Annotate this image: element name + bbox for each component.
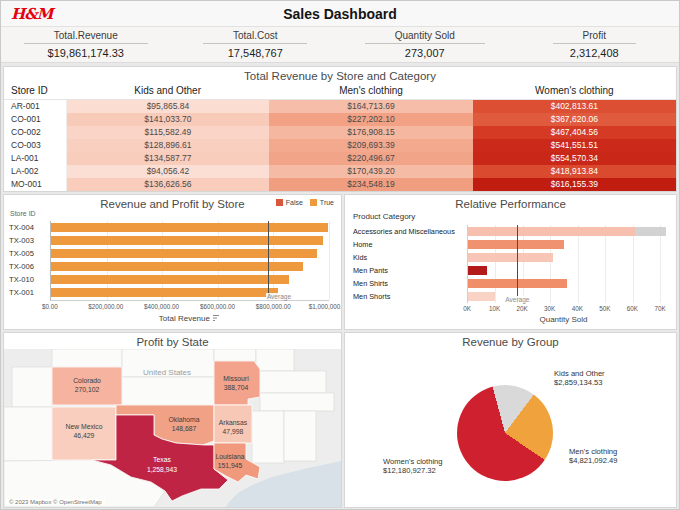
category-label: Accessories and Miscellaneous [353, 225, 465, 238]
heatmap-cell[interactable]: $234,548.19 [269, 178, 472, 191]
page-title: Sales Dashboard [1, 6, 679, 22]
x-tick-label: 20K [517, 305, 528, 312]
gridline [550, 225, 551, 303]
quantity-bar[interactable] [468, 253, 553, 262]
category-label: Men Shorts [353, 290, 465, 303]
heatmap-row: CO-002$115,582.49$176,908.15$467,404.56 [4, 126, 676, 139]
heatmap-row: CO-001$141,033.70$227,202.10$367,620.06 [4, 113, 676, 126]
heatmap-cell[interactable]: $128,896.61 [66, 139, 269, 152]
x-axis-title-text: Total Revenue [159, 314, 210, 323]
sort-icon[interactable] [212, 314, 220, 322]
heatmap-cell[interactable]: $176,908.15 [269, 126, 472, 139]
kpi-value: 273,007 [405, 44, 445, 59]
heatmap-cell[interactable]: $164,713.69 [269, 100, 472, 113]
column-header-mens[interactable]: Men's clothing [269, 83, 472, 100]
heatmap-row: AR-001$95,865.84$164,713.69$402,813.61 [4, 100, 676, 113]
kpi-quantity-sold: Quantity Sold 273,007 [340, 27, 510, 62]
heatmap-cell[interactable]: $141,033.70 [66, 113, 269, 126]
gridline [578, 225, 579, 303]
column-header-womens[interactable]: Women's clothing [473, 83, 676, 100]
heatmap-cell[interactable]: $418,913.84 [473, 165, 676, 178]
heatmap-cell[interactable]: $220,496.67 [269, 152, 472, 165]
kpi-label: Quantity Sold [365, 30, 485, 44]
pie-label-value: $2,859,134.53 [554, 378, 605, 387]
heatmap-cell[interactable]: $136,626.56 [66, 178, 269, 191]
x-tick-label: $400,000.00 [144, 303, 179, 310]
category-labels: Accessories and MiscellaneousHomeKidsMen… [353, 225, 465, 303]
column-header-kids[interactable]: Kids and Other [66, 83, 269, 100]
revenue-bar[interactable] [51, 249, 317, 258]
heatmap-cell[interactable]: $467,404.56 [473, 126, 676, 139]
heatmap-cell[interactable]: $115,582.49 [66, 126, 269, 139]
panel-revenue-profit-by-store: Revenue and Profit by Store False True S… [3, 194, 342, 330]
revenue-bar[interactable] [51, 262, 303, 271]
heatmap-cell[interactable]: $227,202.10 [269, 113, 472, 126]
pie-chart[interactable] [457, 385, 553, 481]
gridline [660, 225, 661, 303]
revenue-bar-plot: Average [50, 221, 329, 301]
x-tick-label: 50K [599, 305, 610, 312]
store-id-cell[interactable]: LA-001 [4, 152, 66, 165]
quantity-bar[interactable] [468, 227, 655, 236]
revenue-bar[interactable] [51, 288, 278, 297]
pie-label-value: $4,821,092.49 [569, 456, 618, 465]
average-reference-line [517, 225, 518, 303]
store-id-cell[interactable]: AR-001 [4, 100, 66, 113]
y-axis-label: TX-004 [9, 221, 49, 234]
legend-item-true[interactable]: True [310, 199, 334, 206]
legend-item-false[interactable]: False [276, 199, 303, 206]
header-bar: H&M Sales Dashboard [1, 1, 679, 27]
heatmap-cell[interactable]: $554,570.34 [473, 152, 676, 165]
performance-bar-plot: Average [467, 225, 660, 303]
quantity-bar[interactable] [468, 240, 564, 249]
kpi-label: Total.Cost [203, 30, 307, 44]
heatmap-cell[interactable]: $541,551.51 [473, 139, 676, 152]
heatmap-cell[interactable]: $170,439.20 [269, 165, 472, 178]
heatmap-cell[interactable]: $616,155.39 [473, 178, 676, 191]
x-tick-label: 0K [463, 305, 471, 312]
x-tick-label: $800,000.00 [256, 303, 291, 310]
heatmap-cell[interactable]: $367,620.06 [473, 113, 676, 126]
heatmap-table: Store ID Kids and Other Men's clothing W… [4, 83, 676, 191]
column-header-store-id[interactable]: Store ID [4, 83, 66, 100]
x-axis-ticks: $0.00$200,000.00$400,000.00$600,000.00$8… [50, 303, 329, 312]
panel-relative-performance: Relative Performance Product Category Ac… [344, 194, 677, 330]
map-attribution[interactable]: © 2023 Mapbox © OpenStreetMap [6, 499, 105, 505]
state-missouri[interactable] [214, 361, 260, 405]
quantity-bar[interactable] [468, 266, 487, 275]
heatmap-cell[interactable]: $95,865.84 [66, 100, 269, 113]
kpi-strip: Total.Revenue $19,861,174.33 Total.Cost … [1, 27, 679, 63]
heatmap-cell[interactable]: $94,056.42 [66, 165, 269, 178]
x-tick-label: $0.00 [42, 303, 58, 310]
revenue-bar[interactable] [51, 223, 328, 232]
quantity-bar[interactable] [468, 292, 495, 301]
heatmap-cell[interactable]: $134,587.77 [66, 152, 269, 165]
legend: False True [276, 199, 334, 206]
store-id-cell[interactable]: LA-002 [4, 165, 66, 178]
revenue-bar[interactable] [51, 236, 323, 245]
pie-label-kids: Kids and Other $2,859,134.53 [554, 369, 605, 387]
heatmap-cell[interactable]: $209,693.39 [269, 139, 472, 152]
heatmap-row: MO-001$136,626.56$234,548.19$616,155.39 [4, 178, 676, 191]
heatmap-cell[interactable]: $402,813.61 [473, 100, 676, 113]
x-tick-label: $600,000.00 [200, 303, 235, 310]
legend-label: True [320, 199, 334, 206]
x-tick-label: $1,000,000.00 [309, 303, 342, 310]
country-label: United States [143, 368, 191, 377]
category-label: Men Pants [353, 264, 465, 277]
heatmap-title: Total Revenue by Store and Category [4, 67, 676, 82]
revenue-bar[interactable] [51, 275, 289, 284]
store-id-cell[interactable]: MO-001 [4, 178, 66, 191]
hm-logo: H&M [11, 5, 52, 23]
pie-label-name: Men's clothing [569, 447, 618, 456]
map-title: Profit by State [4, 333, 341, 348]
store-id-cell[interactable]: CO-002 [4, 126, 66, 139]
heatmap-row: CO-003$128,896.61$209,693.39$541,551.51 [4, 139, 676, 152]
store-id-cell[interactable]: CO-003 [4, 139, 66, 152]
kpi-total-cost: Total.Cost 17,548,767 [171, 27, 341, 62]
pie-label-value: $12,180,927.32 [383, 466, 443, 475]
kpi-profit: Profit 2,312,408 [510, 27, 680, 62]
store-id-cell[interactable]: CO-001 [4, 113, 66, 126]
y-axis-label: TX-010 [9, 273, 49, 286]
reference-band [635, 227, 666, 236]
